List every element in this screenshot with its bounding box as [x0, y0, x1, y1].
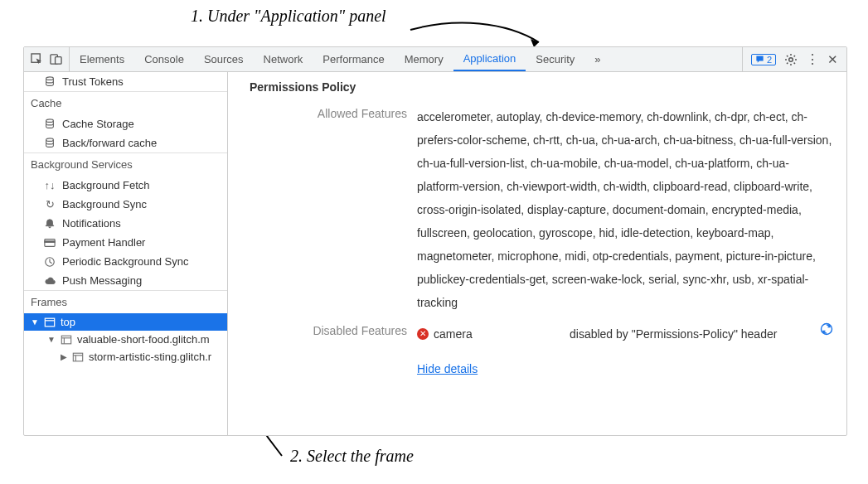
sync-icon: ↻ [44, 199, 56, 211]
tab-performance[interactable]: Performance [313, 47, 394, 71]
sidebar-item-label: Background Fetch [62, 179, 150, 191]
sidebar-item-payment[interactable]: Payment Handler [24, 233, 227, 252]
sidebar-item-label: Cache Storage [62, 118, 134, 130]
sidebar-item-bfcache[interactable]: Back/forward cache [24, 133, 227, 152]
card-icon [44, 237, 56, 249]
sidebar-item-notifications[interactable]: Notifications [24, 214, 227, 233]
devtools-window: Elements Console Sources Network Perform… [23, 46, 847, 436]
svg-rect-8 [45, 240, 55, 242]
tab-sources[interactable]: Sources [194, 47, 254, 71]
application-sidebar: Trust Tokens Cache Cache Storage Back/fo… [24, 72, 228, 435]
frame-label: top [61, 316, 75, 328]
more-tabs-icon[interactable]: » [584, 47, 610, 71]
refresh-icon[interactable] [820, 322, 833, 336]
svg-point-3 [789, 57, 793, 61]
disabled-feature-reason: disabled by "Permissions-Policy" header [570, 322, 808, 346]
tab-security[interactable]: Security [526, 47, 584, 71]
main-panel: Permissions Policy Allowed Features acce… [228, 72, 846, 435]
cloud-icon [44, 275, 56, 287]
sidebar-item-bg-fetch[interactable]: ↑↓ Background Fetch [24, 176, 227, 195]
tab-network[interactable]: Network [254, 47, 313, 71]
tab-elements[interactable]: Elements [70, 47, 134, 71]
sidebar-item-label: Notifications [62, 217, 121, 230]
annotation-step1: 1. Under "Application" panel [191, 7, 386, 26]
database-icon [44, 76, 56, 88]
issues-badge[interactable]: 2 [751, 54, 776, 65]
disclosure-triangle-icon: ▶ [61, 352, 67, 361]
allowed-features-label: Allowed Features [241, 105, 407, 314]
hide-details-link[interactable]: Hide details [417, 362, 478, 375]
allowed-features-value: accelerometer, autoplay, ch-device-memor… [417, 105, 833, 314]
close-icon[interactable]: ✕ [827, 52, 838, 67]
inspect-tools-group [24, 47, 70, 71]
iframe-icon [72, 351, 84, 363]
svg-rect-12 [61, 336, 70, 344]
sidebar-item-label: Trust Tokens [62, 75, 124, 88]
window-icon [44, 317, 56, 328]
sidebar-item-label: Periodic Background Sync [62, 255, 188, 268]
sidebar-item-cache-storage[interactable]: Cache Storage [24, 114, 227, 133]
sidebar-section-bgservices: Background Services [24, 152, 227, 176]
iframe-icon [61, 334, 72, 346]
sidebar-item-label: Push Messaging [62, 274, 142, 287]
kebab-menu-icon[interactable]: ⋮ [806, 53, 819, 66]
issues-count: 2 [767, 55, 772, 65]
tab-memory[interactable]: Memory [395, 47, 453, 71]
disclosure-triangle-icon: ▼ [31, 317, 39, 327]
svg-point-5 [46, 119, 54, 122]
disabled-feature-item: ✕ camera [417, 322, 558, 346]
frame-label: valuable-short-food.glitch.m [77, 333, 210, 346]
disabled-features-label: Disabled Features [241, 322, 407, 380]
sidebar-item-push[interactable]: Push Messaging [24, 271, 227, 290]
svg-point-6 [46, 138, 54, 141]
database-icon [44, 119, 56, 130]
svg-rect-10 [45, 318, 54, 327]
disabled-feature-name: camera [434, 322, 473, 346]
sidebar-item-label: Back/forward cache [62, 137, 157, 149]
svg-point-4 [46, 76, 54, 80]
svg-rect-2 [56, 57, 62, 64]
sidebar-item-periodic-sync[interactable]: Periodic Background Sync [24, 252, 227, 271]
database-icon [44, 138, 56, 149]
sidebar-item-trust-tokens[interactable]: Trust Tokens [24, 72, 227, 91]
tab-console[interactable]: Console [134, 47, 194, 71]
sidebar-section-cache: Cache [24, 91, 227, 114]
devtools-tabbar: Elements Console Sources Network Perform… [24, 47, 846, 72]
inspect-element-icon[interactable] [31, 53, 43, 65]
frame-label: storm-artistic-sting.glitch.r [89, 351, 211, 363]
bell-icon [44, 218, 56, 230]
tab-application[interactable]: Application [453, 47, 526, 71]
clock-icon [44, 256, 56, 268]
disclosure-triangle-icon: ▼ [47, 335, 56, 344]
gear-icon[interactable] [784, 53, 798, 66]
sidebar-section-frames: Frames [24, 290, 227, 313]
panel-tabs: Elements Console Sources Network Perform… [70, 47, 742, 71]
device-toggle-icon[interactable] [50, 53, 62, 65]
frame-child-1[interactable]: ▼ valuable-short-food.glitch.m [24, 331, 227, 348]
sidebar-item-bg-sync[interactable]: ↻ Background Sync [24, 195, 227, 214]
sidebar-item-label: Payment Handler [62, 236, 145, 249]
svg-rect-15 [73, 353, 82, 361]
frame-child-2[interactable]: ▶ storm-artistic-sting.glitch.r [24, 348, 227, 365]
sidebar-item-label: Background Sync [62, 198, 147, 211]
error-x-icon: ✕ [417, 328, 429, 340]
frame-top[interactable]: ▼ top [24, 313, 227, 331]
panel-heading: Permissions Policy [250, 80, 833, 94]
fetch-icon: ↑↓ [44, 180, 56, 191]
